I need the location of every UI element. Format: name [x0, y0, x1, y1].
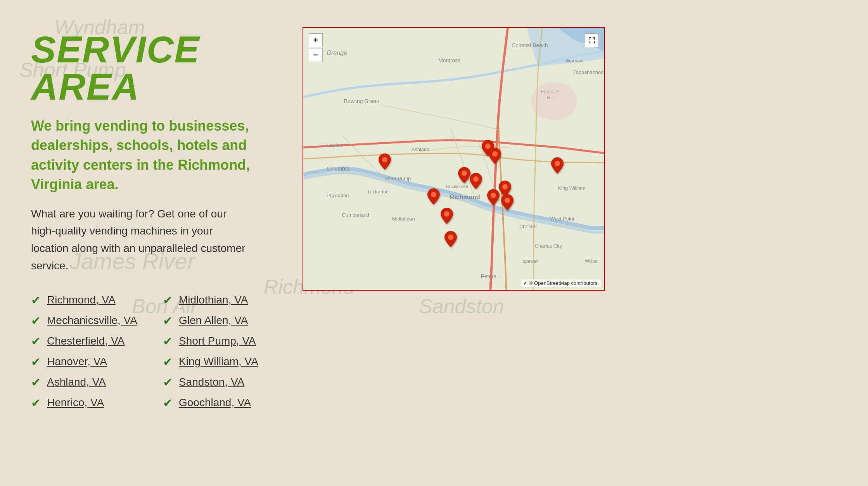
location-link-goochland[interactable]: Goochland, VA	[179, 396, 251, 409]
body-text: What are you waiting for? Get one of our…	[31, 205, 248, 275]
list-item: ✔ Short Pump, VA	[163, 334, 271, 348]
location-link-midlothian[interactable]: Midlothian, VA	[179, 294, 248, 306]
svg-text:Powhatan: Powhatan	[327, 193, 349, 198]
location-link-henrico[interactable]: Henrico, VA	[47, 396, 104, 409]
list-item: ✔ Sandston, VA	[163, 376, 271, 389]
map-pin-richmond[interactable]	[487, 189, 500, 207]
map-expand-button[interactable]	[585, 33, 599, 47]
map-pin-chesterfield[interactable]	[441, 208, 453, 226]
svg-text:Warsaw: Warsaw	[565, 58, 584, 64]
svg-point-37	[505, 198, 510, 203]
check-icon: ✔	[163, 376, 173, 389]
location-link-ashland[interactable]: Ashland, VA	[47, 376, 106, 388]
zoom-in-button[interactable]: +	[309, 33, 323, 47]
svg-point-35	[491, 193, 496, 198]
check-icon: ✔	[31, 293, 41, 307]
location-link-short-pump[interactable]: Short Pump, VA	[179, 335, 256, 347]
svg-point-26	[531, 82, 577, 120]
list-item: ✔ Glen Allen, VA	[163, 314, 271, 327]
list-item: ✔ Ashland, VA	[31, 376, 140, 389]
map-pin-mechanicsville[interactable]	[501, 194, 514, 212]
check-icon: ✔	[163, 293, 173, 307]
svg-text:Chester: Chester	[519, 224, 537, 229]
svg-text:Hopewell: Hopewell	[519, 259, 538, 264]
check-icon: ✔	[163, 334, 173, 348]
svg-text:Ashland: Ashland	[412, 146, 430, 152]
map-attribution: ✔ © OpenStreetMap contributors.	[521, 279, 601, 287]
location-list: ✔ Richmond, VA ✔ Mechanicsville, VA ✔ Ch…	[31, 293, 271, 410]
svg-point-27	[382, 157, 387, 162]
check-icon: ✔	[31, 314, 41, 327]
left-panel: Service Area We bring vending to busines…	[31, 23, 271, 410]
zoom-out-button[interactable]: −	[309, 48, 323, 62]
location-link-richmond[interactable]: Richmond, VA	[47, 294, 116, 306]
svg-point-36	[502, 184, 508, 190]
svg-point-28	[431, 192, 436, 197]
map-container: Orange Colonial Beach Fort A.P. Hill Mon…	[303, 27, 605, 291]
map-pin-short-pump[interactable]	[458, 167, 470, 185]
svg-text:Tappahannock: Tappahannock	[573, 69, 604, 75]
map-pin-ashland-s[interactable]	[489, 148, 501, 165]
map-pin-south-richmond[interactable]	[444, 231, 457, 249]
svg-text:Orange: Orange	[327, 50, 347, 56]
location-col-2: ✔ Midlothian, VA ✔ Glen Allen, VA ✔ Shor…	[163, 293, 271, 410]
check-icon: ✔	[31, 376, 41, 389]
svg-text:Willian: Willian	[585, 259, 598, 264]
list-item: ✔ King William, VA	[163, 355, 271, 369]
attribution-text: © OpenStreetMap contributors.	[529, 280, 599, 286]
location-link-glen-allen[interactable]: Glen Allen, VA	[179, 314, 248, 327]
svg-point-31	[462, 171, 467, 176]
location-link-king-william[interactable]: King William, VA	[179, 355, 258, 368]
svg-point-29	[444, 211, 450, 217]
list-item: ✔ Richmond, VA	[31, 293, 140, 307]
svg-text:Richmond: Richmond	[450, 194, 480, 200]
svg-text:King William: King William	[558, 185, 585, 191]
list-item: ✔ Henrico, VA	[31, 396, 140, 410]
location-link-mechanicsville[interactable]: Mechanicsville, VA	[47, 314, 137, 327]
check-icon: ✔	[31, 355, 41, 369]
main-layout: Service Area We bring vending to busines…	[0, 0, 868, 486]
svg-text:Charles City: Charles City	[535, 243, 562, 249]
svg-text:Peters...: Peters...	[481, 273, 501, 279]
page-title: Service Area	[31, 31, 271, 105]
location-link-hanover[interactable]: Hanover, VA	[47, 355, 107, 368]
expand-icon	[588, 37, 595, 44]
check-icon: ✔	[163, 355, 173, 369]
list-item: ✔ Hanover, VA	[31, 355, 140, 369]
check-icon: ✔	[31, 334, 41, 348]
svg-text:Montross: Montross	[438, 57, 460, 64]
subtitle: We bring vending to businesses, dealersh…	[31, 116, 271, 195]
svg-text:Louisa: Louisa	[327, 142, 342, 148]
location-link-chesterfield[interactable]: Chesterfield, VA	[47, 335, 124, 347]
svg-text:Bowling Green: Bowling Green	[344, 98, 379, 104]
location-col-1: ✔ Richmond, VA ✔ Mechanicsville, VA ✔ Ch…	[31, 293, 140, 410]
svg-point-30	[448, 234, 453, 240]
check-icon: ✔	[163, 314, 173, 327]
svg-text:Midlothian: Midlothian	[392, 216, 415, 222]
map-pin-midlothian[interactable]	[427, 188, 440, 206]
svg-point-38	[555, 161, 560, 166]
list-item: ✔ Chesterfield, VA	[31, 334, 140, 348]
svg-text:West Point: West Point	[550, 216, 575, 222]
svg-text:Columbia: Columbia	[327, 165, 349, 172]
list-item: ✔ Goochland, VA	[163, 396, 271, 410]
map-pin-columbia[interactable]	[379, 153, 391, 171]
map-pin-glen-allen[interactable]	[470, 173, 482, 191]
svg-point-34	[492, 151, 498, 157]
map-controls: + −	[309, 33, 323, 62]
list-item: ✔ Midlothian, VA	[163, 293, 271, 307]
list-item: ✔ Mechanicsville, VA	[31, 314, 140, 327]
location-link-sandston[interactable]: Sandston, VA	[179, 376, 244, 388]
check-icon: ✔	[163, 396, 173, 410]
svg-text:Tuckahoe: Tuckahoe	[367, 189, 389, 195]
check-attr-icon: ✔	[523, 280, 527, 286]
map-pin-king-william[interactable]	[551, 157, 564, 175]
svg-text:Cumberland: Cumberland	[342, 212, 369, 218]
svg-text:Short Pump: Short Pump	[384, 176, 411, 181]
check-icon: ✔	[31, 396, 41, 410]
right-panel: Orange Colonial Beach Fort A.P. Hill Mon…	[303, 23, 837, 291]
svg-point-32	[473, 176, 479, 182]
svg-text:Colonial Beach: Colonial Beach	[512, 42, 548, 48]
